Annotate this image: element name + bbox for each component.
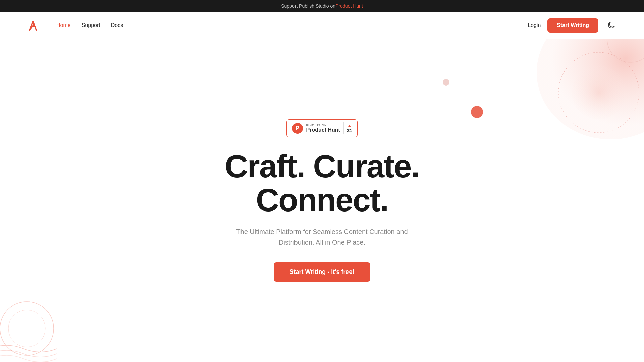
hero-cta-button[interactable]: Start Writing - It's free! <box>274 262 371 282</box>
ph-find-us-text: FIND US ON <box>306 124 327 127</box>
ph-divider <box>343 122 344 134</box>
ph-product-hunt-text: Product Hunt <box>306 127 340 133</box>
nav-right: Login Start Writing <box>528 18 617 33</box>
hero-section: P FIND US ON Product Hunt ▲ 21 Craft. Cu… <box>0 39 644 362</box>
svg-point-4 <box>0 302 54 355</box>
banner-link[interactable]: Product Hunt <box>335 3 363 9</box>
moon-icon <box>607 22 615 29</box>
logo-icon <box>27 19 40 32</box>
ph-upvote-count: 21 <box>347 128 352 133</box>
nav-home[interactable]: Home <box>56 22 71 28</box>
svg-point-2 <box>572 66 626 119</box>
banner-text: Support Publish Studio on <box>281 3 335 9</box>
logo[interactable] <box>27 19 40 32</box>
product-hunt-badge[interactable]: P FIND US ON Product Hunt ▲ 21 <box>286 119 358 137</box>
blob-top-right <box>503 39 644 186</box>
nav-links: Home Support Docs <box>56 22 123 28</box>
nav-support[interactable]: Support <box>82 22 100 28</box>
dark-mode-toggle[interactable] <box>605 19 617 32</box>
start-writing-button[interactable]: Start Writing <box>547 18 598 33</box>
hero-content: P FIND US ON Product Hunt ▲ 21 Craft. Cu… <box>221 119 423 282</box>
ph-upvote-section: ▲ 21 <box>347 123 352 133</box>
navbar: Home Support Docs Login Start Writing <box>0 12 644 39</box>
ph-logo-icon: P <box>292 123 303 134</box>
ph-upvote-arrow: ▲ <box>347 123 352 128</box>
blob-bottom-left <box>0 282 74 362</box>
top-banner: Support Publish Studio on Product Hunt <box>0 0 644 12</box>
svg-point-3 <box>607 39 644 62</box>
decorative-dot-top <box>443 79 449 86</box>
decorative-dot-mid <box>471 106 483 118</box>
headline-line2: Connect. <box>256 182 388 218</box>
ph-text-group: FIND US ON Product Hunt <box>306 124 340 133</box>
svg-point-1 <box>558 52 639 133</box>
nav-left: Home Support Docs <box>27 19 123 32</box>
login-button[interactable]: Login <box>528 22 541 28</box>
nav-docs[interactable]: Docs <box>111 22 123 28</box>
svg-point-0 <box>537 39 644 139</box>
hero-headline: Craft. Curate. Connect. <box>225 149 419 217</box>
svg-point-5 <box>8 310 45 347</box>
headline-line1: Craft. Curate. <box>225 148 419 184</box>
hero-subtext: The Ultimate Platform for Seamless Conte… <box>221 226 423 248</box>
